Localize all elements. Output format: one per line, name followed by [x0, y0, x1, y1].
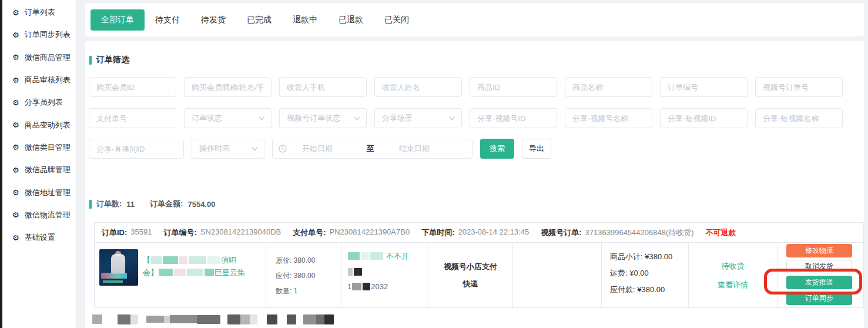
- censor-block: [267, 314, 277, 324]
- censor-block: [118, 314, 130, 324]
- sidebar-item-wechat-address-mgmt[interactable]: ⚙ 微信地址管理: [2, 181, 76, 203]
- subtotal: 商品小计: ¥380.00: [610, 252, 688, 262]
- censor-block: [250, 314, 257, 324]
- filter-row-3: 操作时间 开始日期 至 结束日期 搜索 导出: [89, 139, 551, 159]
- end-date-input[interactable]: 结束日期: [382, 143, 447, 154]
- totals-cell: 商品小计: ¥380.00 运费: ¥0.00 应付款: ¥380.00: [601, 243, 688, 308]
- tab-pending-payment[interactable]: 待支付: [145, 9, 190, 31]
- share-channel-name-input[interactable]: [565, 108, 652, 128]
- filter-product-name-input[interactable]: [565, 77, 652, 97]
- sidebar-item-wechat-logistics-mgmt[interactable]: ⚙ 微信物流管理: [2, 204, 76, 226]
- filter-payment-no-input[interactable]: [89, 108, 176, 128]
- censor-block: [354, 268, 362, 276]
- censor-block: [287, 314, 296, 324]
- chevron-down-icon: [449, 116, 455, 121]
- gear-icon: ⚙: [12, 99, 19, 106]
- section-accent-bar: [89, 200, 92, 209]
- search-button[interactable]: 搜索: [480, 139, 514, 159]
- sidebar-item-label: 微信物流管理: [25, 210, 71, 220]
- sidebar-item-product-change-list[interactable]: ⚙ 商品变动列表: [2, 113, 76, 136]
- amount-due: 应付款: ¥380.00: [610, 285, 688, 295]
- start-date-input[interactable]: 开始日期: [302, 143, 358, 154]
- ship-push-button[interactable]: 发货推送: [786, 276, 852, 289]
- censor-block: [227, 314, 240, 324]
- gear-icon: ⚙: [12, 76, 19, 84]
- censor-block: [130, 314, 138, 324]
- censor-block: [151, 256, 162, 264]
- tab-refunding[interactable]: 退款中: [282, 9, 328, 31]
- customer-phone: 12032: [347, 282, 428, 291]
- order-stats: 订单数: 11 订单金额: 7554.00: [89, 199, 215, 209]
- filter-row-1: [89, 77, 843, 97]
- sidebar-item-label: 商品变动列表: [25, 120, 71, 130]
- order-time: 下单时间: 2023-08-14 22:13:45: [421, 227, 529, 238]
- sidebar-item-label: 订单列表: [25, 7, 55, 18]
- channels-order-number: 视频号订单: 3713639964544206848(待收货): [541, 227, 693, 238]
- sidebar-item-order-sync-list[interactable]: ⚙ 订单同步列表: [2, 24, 76, 46]
- clock-icon: [279, 145, 287, 153]
- customer-cell: 不不开 12032: [341, 243, 428, 308]
- censor-block: [164, 316, 170, 323]
- censor-block: [179, 256, 187, 264]
- censor-block: [146, 316, 164, 323]
- sidebar-item-product-review-list[interactable]: ⚙ 商品审核列表: [2, 69, 76, 91]
- order-sync-button[interactable]: 订单同步: [786, 292, 852, 305]
- order-status-tabs: 全部订单 待支付 待发货 已完成 退款中 已退款 已关闭: [85, 3, 864, 36]
- price-cell: 原价: 380.00 应付: 380.00 数量: 1: [266, 243, 341, 308]
- sidebar-item-label: 微信类目管理: [25, 142, 71, 153]
- censor-block: [361, 252, 369, 260]
- modify-logistics-button[interactable]: 修改物流: [786, 244, 852, 257]
- export-button[interactable]: 导出: [522, 139, 551, 159]
- share-info-cell: [512, 243, 601, 308]
- sidebar-item-basic-settings[interactable]: ⚙ 基础设置: [2, 226, 76, 249]
- tab-closed[interactable]: 已关闭: [374, 9, 420, 31]
- date-range-picker[interactable]: 开始日期 至 结束日期: [272, 139, 472, 159]
- filter-receiver-name-input[interactable]: [374, 77, 462, 97]
- gear-icon: ⚙: [12, 166, 19, 174]
- share-video-name-input[interactable]: [755, 108, 843, 128]
- filter-product-id-input[interactable]: [470, 77, 557, 97]
- filter-channels-order-no-input[interactable]: [755, 77, 843, 97]
- censor-block: [170, 315, 197, 323]
- payment-method: 视频号小店支付: [444, 262, 497, 272]
- filter-buyer-id-input[interactable]: [89, 77, 176, 97]
- censor-block: [316, 314, 324, 324]
- share-channel-id-input[interactable]: [470, 108, 557, 128]
- filter-buyer-name-input[interactable]: [184, 77, 272, 97]
- customer-nickname: 不不开: [347, 251, 428, 262]
- actions-cell: 修改物流 取消发货 发货推送 订单同步: [777, 243, 863, 308]
- cancel-shipment-button[interactable]: 取消发货: [786, 260, 852, 273]
- sidebar-item-label: 商品审核列表: [25, 75, 71, 85]
- sidebar-item-sharer-list[interactable]: ⚙ 分享员列表: [2, 91, 76, 113]
- view-detail-link[interactable]: 查看详情: [718, 280, 748, 290]
- share-liveroom-id-input[interactable]: [89, 139, 184, 159]
- censor-block: [324, 314, 334, 324]
- tab-pending-shipment[interactable]: 待发货: [190, 9, 236, 31]
- censor-block: [348, 268, 353, 276]
- gear-icon: ⚙: [12, 53, 19, 61]
- gear-icon: ⚙: [12, 31, 19, 39]
- censor-block: [352, 283, 361, 290]
- censor-block: [363, 283, 370, 290]
- sidebar-item-wechat-product-mgmt[interactable]: ⚙ 微信商品管理: [2, 46, 76, 69]
- share-scene-select[interactable]: 分享场景: [374, 108, 462, 128]
- channels-order-status-select[interactable]: 视频号订单状态: [279, 108, 367, 128]
- sidebar-item-order-list[interactable]: ⚙ 订单列表: [2, 1, 76, 24]
- tab-completed[interactable]: 已完成: [236, 9, 282, 31]
- sidebar-item-wechat-category-mgmt[interactable]: ⚙ 微信类目管理: [2, 136, 76, 159]
- gear-icon: ⚙: [12, 234, 19, 242]
- tab-refunded[interactable]: 已退款: [328, 9, 374, 31]
- chevron-down-icon: [259, 116, 265, 121]
- tab-all-orders[interactable]: 全部订单: [91, 9, 145, 31]
- operate-time-select[interactable]: 操作时间: [192, 139, 264, 159]
- gear-icon: ⚙: [12, 143, 19, 151]
- order-status-select[interactable]: 订单状态: [184, 108, 272, 128]
- payment-cell: 视频号小店支付 快递: [428, 243, 512, 308]
- original-price: 原价: 380.00: [276, 256, 341, 266]
- share-video-id-input[interactable]: [660, 108, 748, 128]
- filter-order-no-input[interactable]: [660, 77, 748, 97]
- censor-block: [207, 256, 220, 264]
- sidebar-item-wechat-brand-mgmt[interactable]: ⚙ 微信品牌管理: [2, 159, 76, 181]
- filter-receiver-phone-input[interactable]: [279, 77, 367, 97]
- censor-block: [348, 252, 360, 260]
